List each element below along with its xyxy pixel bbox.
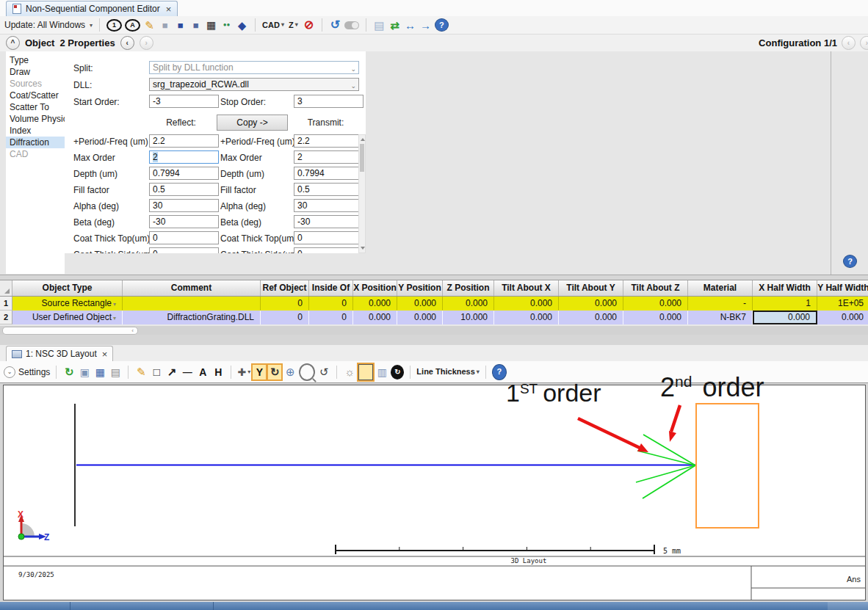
- sheet-cell[interactable]: 0.000: [443, 297, 494, 311]
- sidebar-item-type[interactable]: Type: [6, 54, 65, 66]
- reflect-field[interactable]: 0: [149, 231, 219, 244]
- copy-reflect-to-transmit-button[interactable]: Copy ->: [217, 115, 288, 131]
- sheet-cell[interactable]: 0.000: [494, 311, 559, 324]
- go-arrow-icon[interactable]: →: [419, 18, 432, 32]
- fit-view-icon[interactable]: [358, 364, 373, 380]
- sketch-tools-icon[interactable]: ✎: [143, 18, 156, 32]
- transmit-field[interactable]: 0: [294, 247, 364, 253]
- reflect-field[interactable]: 2.2: [149, 134, 219, 148]
- sheet-cell[interactable]: 0.000: [559, 297, 623, 311]
- sheet-cell[interactable]: 0: [261, 297, 309, 311]
- sheet-horizontal-scrollbar[interactable]: ‹: [0, 326, 868, 335]
- update-all-windows-menu[interactable]: Update: All Windows: [4, 20, 85, 30]
- sidebar-item-scatter-to[interactable]: Scatter To: [6, 101, 65, 113]
- close-icon[interactable]: ×: [102, 349, 108, 360]
- sheet-cell[interactable]: 0.000: [353, 297, 397, 311]
- sheet-cell[interactable]: 10.000: [443, 311, 494, 324]
- close-icon[interactable]: ×: [166, 4, 172, 15]
- solid-model-icon[interactable]: ■: [174, 18, 187, 32]
- sheet-cell[interactable]: Source Rectangle▾: [12, 297, 123, 311]
- stop-order-field[interactable]: 3: [294, 95, 364, 108]
- row-number-cell[interactable]: 1: [0, 297, 12, 311]
- ray-dots-icon[interactable]: ●●: [220, 18, 233, 32]
- update-all-icon[interactable]: A: [125, 19, 140, 32]
- lamp-icon[interactable]: ☼: [343, 365, 356, 380]
- sidebar-item-volume-physics[interactable]: Volume Physics: [6, 113, 65, 125]
- sheet-cell[interactable]: 0: [261, 311, 309, 324]
- stop-icon[interactable]: ⊘: [303, 18, 315, 32]
- cube-outline-icon[interactable]: ■: [159, 18, 171, 32]
- next-configuration-button[interactable]: ›: [860, 36, 868, 50]
- reflect-field[interactable]: -30: [149, 215, 219, 228]
- rectangle-tool-icon[interactable]: □: [150, 365, 163, 380]
- sidebar-item-sources[interactable]: Sources: [6, 78, 65, 90]
- dll-dropdown[interactable]: srg_trapezoid_RCWA.dll ⌄: [149, 78, 359, 91]
- sidebar-item-diffraction[interactable]: Diffraction: [6, 137, 65, 148]
- sheet-cell[interactable]: 1E+05: [817, 297, 868, 311]
- zoom-icon[interactable]: [299, 363, 315, 381]
- transmit-field[interactable]: 0.5: [294, 183, 364, 196]
- tab-nsc-3d-layout[interactable]: 1: NSC 3D Layout ×: [6, 346, 113, 361]
- swap-arrows-icon[interactable]: ⇄: [388, 18, 401, 32]
- sidebar-item-index[interactable]: Index: [6, 125, 65, 137]
- pencil-icon[interactable]: ✎: [134, 365, 148, 380]
- sheet-cell[interactable]: 0.000: [559, 311, 623, 324]
- collapse-properties-button[interactable]: ^: [6, 36, 20, 50]
- line-tool-icon[interactable]: —: [181, 365, 194, 380]
- transmit-field[interactable]: -30: [294, 215, 364, 228]
- cad-menu[interactable]: CAD▾: [262, 18, 284, 32]
- reflect-field[interactable]: 0.5: [149, 183, 219, 196]
- arrow-tool-icon[interactable]: ↗: [165, 365, 178, 380]
- sheet-cell[interactable]: 0.000: [623, 297, 688, 311]
- toggle-icon[interactable]: [344, 21, 359, 29]
- scroll-down-icon[interactable]: [361, 247, 365, 250]
- transmit-field[interactable]: 2.2: [294, 134, 364, 148]
- sheet-cell[interactable]: 0: [309, 311, 353, 324]
- print-icon[interactable]: ▤: [109, 365, 122, 380]
- settings-menu[interactable]: ⌄ Settings: [4, 366, 50, 378]
- tab-non-sequential-component-editor[interactable]: Non-Sequential Component Editor ×: [6, 1, 178, 16]
- pan-icon[interactable]: ⊕: [283, 365, 297, 380]
- sheet-cell[interactable]: N-BK7: [688, 311, 753, 324]
- split-dropdown[interactable]: Split by DLL function ⌄: [149, 61, 359, 74]
- save-icon[interactable]: ▦: [93, 365, 106, 380]
- sheet-cell[interactable]: 0.000: [494, 297, 559, 311]
- help-icon[interactable]: ?: [843, 255, 857, 268]
- previous-object-button[interactable]: ‹: [120, 36, 134, 50]
- curved-arrow-icon[interactable]: ↺: [329, 18, 341, 32]
- refresh-icon[interactable]: ↻: [62, 365, 76, 380]
- z-menu[interactable]: Z▾: [287, 18, 300, 32]
- form-scrollbar[interactable]: [358, 134, 366, 253]
- sheet-cell[interactable]: 0.000: [753, 311, 817, 324]
- transmit-field[interactable]: 30: [294, 199, 364, 212]
- reflect-field[interactable]: 30: [149, 199, 219, 212]
- row-number-cell[interactable]: 2: [0, 311, 12, 324]
- sheet-cell[interactable]: 0.000: [353, 311, 397, 324]
- window-config-icon[interactable]: ▥: [375, 365, 388, 380]
- sidebar-item-coat-scatter[interactable]: Coat/Scatter: [6, 90, 65, 101]
- layout-canvas[interactable]: X Z 5 mm 1STorder 2ndord: [3, 385, 866, 600]
- sheet-cell[interactable]: 0.000: [397, 297, 443, 311]
- shaded-model-icon[interactable]: ■: [189, 18, 202, 32]
- sheet-cell[interactable]: DiffractionGrating.DLL: [123, 311, 261, 324]
- reflect-field[interactable]: 2: [149, 150, 219, 164]
- fit-width-icon[interactable]: ↔: [404, 18, 416, 32]
- sheet-cell[interactable]: 0.000: [397, 311, 443, 324]
- line-thickness-menu[interactable]: Line Thickness▾: [416, 365, 480, 380]
- sheet-cell[interactable]: [123, 297, 261, 311]
- scroll-up-icon[interactable]: [361, 138, 365, 141]
- refresh-dark-icon[interactable]: ↻: [391, 365, 404, 380]
- transmit-field[interactable]: 0: [294, 231, 364, 244]
- transmit-field[interactable]: 0.7994: [294, 167, 364, 180]
- sidebar-item-cad[interactable]: CAD: [6, 148, 65, 160]
- scrollbar-thumb[interactable]: ‹: [2, 327, 138, 335]
- rotate-axis-icon[interactable]: Y: [253, 365, 266, 380]
- start-order-field[interactable]: -3: [149, 95, 219, 108]
- revert-view-icon[interactable]: ↺: [317, 365, 330, 380]
- transmit-field[interactable]: 2: [294, 150, 364, 164]
- hexagon-icon[interactable]: ◆: [236, 18, 248, 32]
- previous-configuration-button[interactable]: ‹: [842, 36, 856, 50]
- rotate-view-icon[interactable]: ↻: [268, 365, 281, 380]
- next-object-button[interactable]: ›: [140, 36, 153, 50]
- text-tool-icon[interactable]: A: [196, 365, 209, 380]
